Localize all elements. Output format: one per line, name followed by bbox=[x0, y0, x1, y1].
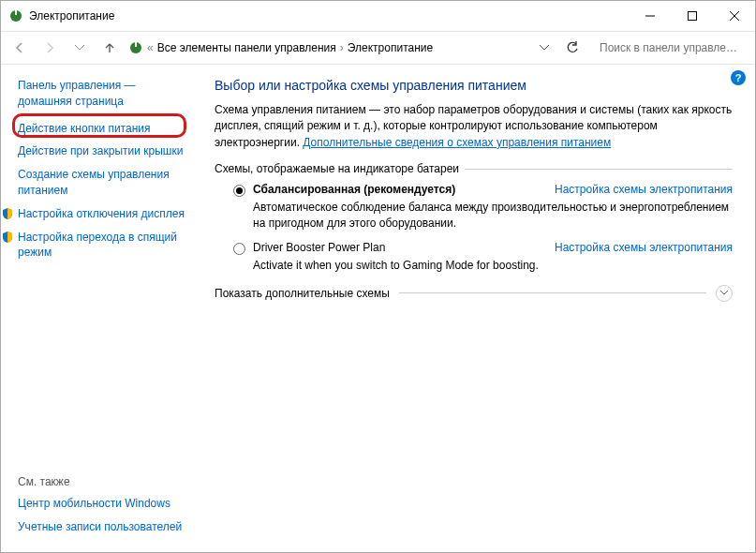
see-also-header: См. также bbox=[18, 475, 186, 488]
shield-icon bbox=[1, 231, 14, 244]
breadcrumb-current[interactable]: Электропитание bbox=[348, 41, 433, 54]
sidebar-sleep-settings-label: Настройка перехода в спящий режим bbox=[18, 231, 177, 260]
sidebar-home-link[interactable]: Панель управления — домашняя страница bbox=[18, 78, 188, 110]
breadcrumb-parent[interactable]: Все элементы панели управления bbox=[157, 41, 336, 54]
show-more-label: Показать дополнительные схемы bbox=[215, 287, 390, 300]
plans-group-text: Схемы, отображаемые на индикаторе батаре… bbox=[215, 162, 459, 175]
show-more-plans[interactable]: Показать дополнительные схемы bbox=[215, 285, 733, 302]
refresh-button[interactable] bbox=[559, 35, 586, 61]
breadcrumb-prefix: « bbox=[147, 41, 154, 54]
plan-balanced: Сбалансированная (рекомендуется) Настрой… bbox=[233, 183, 733, 232]
plan-balanced-name[interactable]: Сбалансированная (рекомендуется) bbox=[253, 183, 555, 196]
sidebar-lid-close-action[interactable]: Действие при закрытии крышки bbox=[18, 143, 188, 159]
shield-icon bbox=[1, 207, 14, 220]
close-button[interactable] bbox=[713, 2, 755, 30]
chevron-down-icon bbox=[716, 285, 733, 302]
chevron-right-icon: › bbox=[340, 41, 344, 54]
sidebar-display-off-label: Настройка отключения дисплея bbox=[18, 207, 185, 220]
plan-driver-booster-settings-link[interactable]: Настройка схемы электропитания bbox=[555, 241, 733, 254]
divider bbox=[465, 169, 733, 170]
page-heading: Выбор или настройка схемы управления пит… bbox=[215, 78, 733, 93]
main-content: ? Выбор или настройка схемы управления п… bbox=[198, 65, 755, 552]
forward-button[interactable] bbox=[38, 37, 61, 59]
plan-driver-booster: Driver Booster Power Plan Настройка схем… bbox=[233, 241, 733, 274]
see-also: См. также Центр мобильности Windows Учет… bbox=[18, 475, 186, 543]
plans-group-label: Схемы, отображаемые на индикаторе батаре… bbox=[215, 162, 733, 175]
app-icon bbox=[8, 8, 23, 23]
sidebar-create-plan[interactable]: Создание схемы управления питанием bbox=[18, 167, 188, 199]
plan-balanced-settings-link[interactable]: Настройка схемы электропитания bbox=[555, 183, 733, 196]
address-dropdown[interactable] bbox=[535, 33, 552, 63]
sidebar-display-off[interactable]: Настройка отключения дисплея bbox=[18, 206, 188, 222]
page-description: Схема управления питанием — это набор па… bbox=[215, 102, 733, 151]
maximize-button[interactable] bbox=[671, 2, 713, 30]
body: Панель управления — домашняя страница Де… bbox=[1, 65, 755, 552]
divider bbox=[399, 292, 706, 293]
plan-driver-booster-desc: Activate it when you switch to Gaming Mo… bbox=[253, 258, 733, 274]
plan-balanced-desc: Автоматическое соблюдение баланса между … bbox=[253, 200, 733, 232]
help-icon[interactable]: ? bbox=[731, 70, 746, 85]
back-button[interactable] bbox=[8, 37, 31, 59]
plan-balanced-radio[interactable] bbox=[233, 185, 245, 197]
window-title: Электропитание bbox=[29, 9, 629, 22]
toolbar: « Все элементы панели управления › Элект… bbox=[1, 31, 755, 65]
sidebar-sleep-settings[interactable]: Настройка перехода в спящий режим bbox=[18, 230, 188, 262]
search-input[interactable] bbox=[593, 37, 748, 59]
svg-rect-3 bbox=[688, 12, 696, 21]
svg-rect-1 bbox=[15, 10, 17, 15]
sidebar-power-button-action[interactable]: Действие кнопки питания bbox=[18, 121, 188, 137]
plan-driver-booster-name[interactable]: Driver Booster Power Plan bbox=[253, 241, 555, 254]
see-also-mobility-center[interactable]: Центр мобильности Windows bbox=[18, 496, 186, 512]
minimize-button[interactable] bbox=[629, 2, 671, 30]
recent-dropdown[interactable] bbox=[68, 37, 91, 59]
up-button[interactable] bbox=[98, 37, 121, 59]
breadcrumb[interactable]: « Все элементы панели управления › Элект… bbox=[128, 40, 527, 55]
title-bar: Электропитание bbox=[1, 1, 755, 31]
see-also-user-accounts[interactable]: Учетные записи пользователей bbox=[18, 519, 186, 535]
svg-rect-7 bbox=[135, 42, 137, 47]
plan-driver-booster-radio[interactable] bbox=[233, 243, 245, 255]
location-icon bbox=[128, 40, 143, 55]
learn-more-link[interactable]: Дополнительные сведения о схемах управле… bbox=[303, 136, 611, 149]
sidebar: Панель управления — домашняя страница Де… bbox=[1, 65, 198, 552]
